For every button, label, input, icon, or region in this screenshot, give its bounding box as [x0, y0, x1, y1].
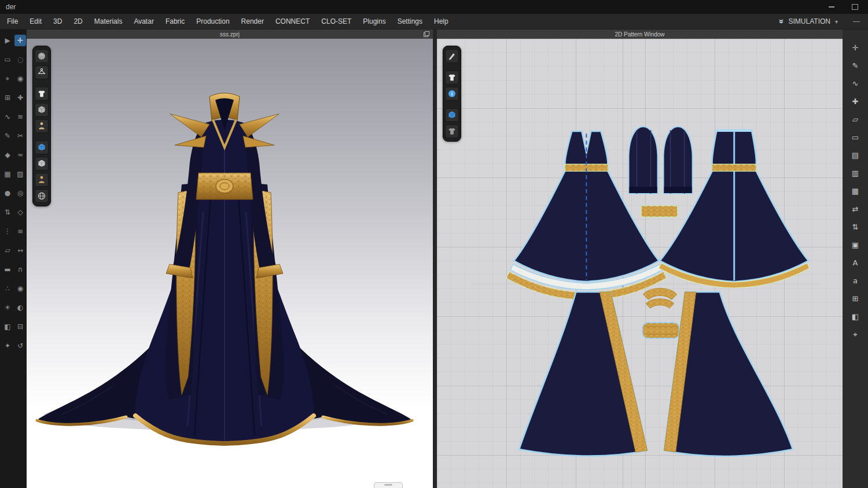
flatten-icon[interactable]: ▱ — [2, 245, 13, 256]
unfold-icon[interactable]: ⇄ — [848, 202, 862, 215]
menu-2d[interactable]: 2D — [68, 14, 88, 28]
pin-box-icon[interactable]: ⊞ — [2, 92, 13, 103]
avatar-tape-icon[interactable]: ∩ — [14, 264, 26, 275]
seam-allowance-icon[interactable]: ▣ — [848, 238, 862, 251]
2d-viewport[interactable] — [437, 39, 843, 488]
wind-icon[interactable]: ≈ — [14, 149, 26, 161]
render-preview-icon[interactable]: ◐ — [14, 302, 26, 313]
create-rectangle-icon[interactable]: ▭ — [848, 131, 862, 143]
grading-icon[interactable]: ⊞ — [848, 292, 862, 305]
maximize-button[interactable] — [847, 2, 862, 12]
menubar-minimize-icon[interactable] — [853, 17, 860, 25]
transform-gizmo-icon[interactable]: ⌖ — [2, 73, 13, 84]
menu-fabric[interactable]: Fabric — [160, 14, 190, 28]
menu-plugins[interactable]: Plugins — [357, 14, 391, 28]
simulation-button[interactable]: SIMULATION — [789, 17, 830, 25]
avatar-display-icon[interactable]: ✦ — [2, 340, 13, 352]
pattern-skirt-panel-left[interactable] — [519, 292, 647, 456]
pattern-skirt-panel-right[interactable] — [664, 292, 793, 456]
texture-icon[interactable]: ▨ — [14, 168, 26, 180]
show-3d-sync-icon[interactable] — [445, 108, 459, 122]
garment-belt[interactable] — [196, 173, 253, 199]
fold-icon[interactable]: ⇅ — [848, 220, 862, 233]
topstitch-icon[interactable]: ⋮ — [2, 225, 13, 237]
show-avatar-icon[interactable] — [35, 119, 49, 133]
gizmo-toggle-icon[interactable] — [35, 141, 49, 154]
select-move-icon[interactable]: ✛ — [14, 35, 26, 46]
trim-icon[interactable]: ◇ — [14, 206, 26, 218]
viewport-control[interactable] — [374, 482, 403, 488]
light-icon[interactable]: ☀ — [2, 302, 13, 313]
menu-production[interactable]: Production — [190, 14, 235, 28]
pattern-collar-lower[interactable] — [646, 299, 674, 308]
add-point-icon[interactable]: ✚ — [848, 95, 862, 108]
menu-connect[interactable]: CONNECT — [270, 14, 315, 28]
edit-sewing-icon[interactable]: ✎ — [2, 130, 13, 142]
hanger-icon[interactable] — [35, 65, 49, 79]
pattern-waistband[interactable] — [643, 323, 679, 338]
menu-avatar[interactable]: Avatar — [128, 14, 159, 28]
annotation-tool-icon[interactable]: a — [848, 274, 862, 287]
mirror-paste-icon[interactable]: ▥ — [848, 167, 862, 179]
menu-settings[interactable]: Settings — [392, 14, 428, 28]
tape-icon[interactable]: ▬ — [2, 264, 13, 275]
2d-pattern-canvas[interactable] — [437, 39, 843, 488]
pattern-sleeve-left[interactable] — [628, 127, 657, 194]
show-mesh-icon[interactable] — [35, 157, 49, 171]
mannequin-icon[interactable] — [35, 173, 49, 187]
show-attachments-icon[interactable] — [35, 103, 49, 117]
shirring-icon[interactable]: ≡ — [14, 225, 26, 237]
edit-pattern-icon[interactable]: ✎ — [848, 59, 862, 72]
remove-sewing-icon[interactable]: ✂ — [14, 130, 26, 142]
tack-icon[interactable]: ✚ — [14, 92, 26, 103]
show-base-pattern-icon[interactable] — [445, 124, 459, 138]
garment-skirt[interactable] — [135, 193, 314, 443]
segment-sewing-icon[interactable]: ∿ — [2, 111, 13, 123]
menu-file[interactable]: File — [1, 14, 24, 28]
menu-render[interactable]: Render — [236, 14, 270, 28]
camera-icon[interactable]: ◉ — [14, 283, 26, 294]
simulate-icon[interactable]: ▶ — [2, 35, 13, 46]
pattern-info-icon[interactable] — [445, 87, 459, 101]
3d-viewport[interactable] — [27, 39, 433, 488]
zipper-icon[interactable]: ⇅ — [2, 206, 13, 218]
pattern-collar-upper[interactable] — [643, 289, 677, 300]
3d-garment-canvas[interactable] — [27, 39, 433, 488]
button-icon[interactable]: ● — [2, 187, 13, 199]
menu-3d[interactable]: 3D — [47, 14, 68, 28]
copy-pattern-icon[interactable]: ▤ — [848, 149, 862, 161]
minimize-button[interactable] — [824, 2, 839, 12]
fold-arrangement-icon[interactable]: ◆ — [2, 149, 13, 161]
history-icon[interactable]: ↺ — [14, 340, 26, 352]
render-style-icon[interactable] — [35, 49, 49, 63]
measure-icon[interactable]: ↔ — [14, 245, 26, 256]
pattern-belt-strip[interactable] — [642, 206, 678, 217]
buttonhole-icon[interactable]: ◎ — [14, 187, 26, 199]
select-lasso-icon[interactable]: ◌ — [14, 54, 26, 65]
transform-pattern-icon[interactable]: ✛ — [848, 41, 862, 54]
pattern-sleeve-right[interactable] — [664, 127, 693, 194]
edit-curvature-icon[interactable]: ∿ — [848, 77, 862, 90]
undock-icon[interactable] — [424, 31, 429, 37]
show-garment-2d-icon[interactable] — [445, 71, 459, 84]
pin-icon[interactable]: ◉ — [14, 73, 26, 84]
show-garment-icon[interactable] — [35, 87, 49, 101]
zoom-fit-icon[interactable]: ⌖ — [848, 328, 862, 341]
select-box-icon[interactable]: ▭ — [2, 54, 13, 65]
uv-edit-icon[interactable]: ⊟ — [14, 321, 26, 332]
free-sewing-icon[interactable]: ≋ — [14, 111, 26, 123]
texture-edit-icon[interactable]: ◧ — [848, 310, 862, 323]
needle-tool-icon[interactable] — [445, 49, 459, 63]
clone-layer-icon[interactable]: ▦ — [848, 184, 862, 197]
colorway-icon[interactable]: ◧ — [2, 321, 13, 332]
create-polygon-icon[interactable]: ▱ — [848, 113, 862, 125]
menu-materials[interactable]: Materials — [89, 14, 128, 28]
environment-icon[interactable] — [35, 189, 49, 203]
menu-help[interactable]: Help — [428, 14, 454, 28]
simulation-caret-icon[interactable] — [835, 19, 838, 25]
fabric-swatch-icon[interactable]: ▦ — [2, 168, 13, 180]
menu-edit[interactable]: Edit — [24, 14, 47, 28]
panel-divider[interactable] — [433, 29, 437, 488]
arrangement-point-icon[interactable]: ∴ — [2, 283, 13, 294]
text-tool-icon[interactable]: A — [848, 256, 862, 269]
